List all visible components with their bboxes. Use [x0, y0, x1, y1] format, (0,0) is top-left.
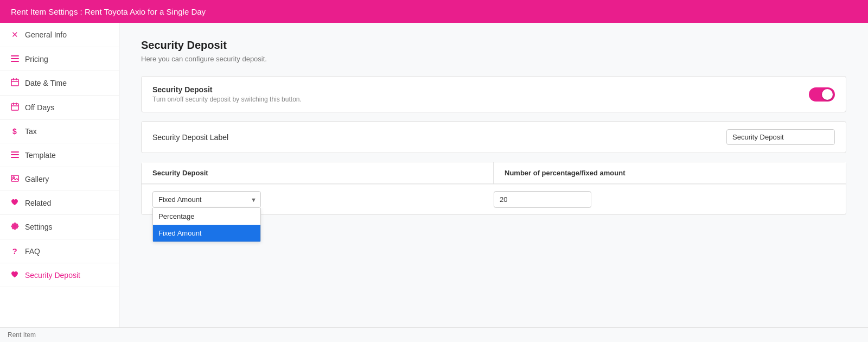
sidebar-label-settings: Settings — [25, 223, 53, 231]
table-row: Percentage Fixed Amount ▼ Percentage Fix… — [142, 184, 846, 214]
template-icon — [10, 150, 20, 160]
sidebar-label-related: Related — [25, 199, 51, 207]
related-icon — [10, 198, 20, 207]
tax-icon: $ — [10, 127, 20, 136]
sidebar-label-security-deposit: Security Deposit — [25, 271, 80, 280]
svg-rect-11 — [11, 151, 19, 153]
amount-cell — [494, 191, 835, 208]
sidebar-item-tax[interactable]: $ Tax — [0, 120, 119, 143]
sidebar-item-settings[interactable]: Settings — [0, 215, 119, 239]
toggle-slider — [809, 87, 835, 102]
general-info-icon: ✕ — [10, 30, 20, 40]
svg-rect-3 — [11, 79, 18, 86]
svg-rect-13 — [11, 157, 19, 158]
sidebar-item-pricing[interactable]: Pricing — [0, 47, 119, 71]
svg-rect-14 — [11, 175, 18, 181]
settings-icon — [10, 222, 20, 232]
dropdown-option-percentage[interactable]: Percentage — [153, 208, 260, 225]
sidebar-label-pricing: Pricing — [25, 55, 48, 64]
sidebar-label-off-days: Off Days — [25, 103, 54, 112]
sidebar-label-template: Template — [25, 151, 56, 160]
toggle-card-description: Turn on/off security deposit by switchin… — [152, 96, 302, 103]
sidebar-item-template[interactable]: Template — [0, 143, 119, 167]
svg-rect-2 — [11, 61, 19, 62]
dropdown-option-fixed-amount[interactable]: Fixed Amount — [153, 225, 260, 242]
sidebar-label-tax: Tax — [25, 127, 37, 136]
label-card: Security Deposit Label — [141, 121, 846, 153]
col-amount: Number of percentage/fixed amount — [494, 162, 846, 183]
sidebar-item-faq[interactable]: ? FAQ — [0, 239, 119, 263]
pricing-icon — [10, 54, 20, 64]
sidebar-item-security-deposit[interactable]: Security Deposit — [0, 263, 119, 287]
faq-icon: ? — [10, 246, 20, 256]
footer-text: Rent Item — [8, 331, 36, 339]
sidebar-label-faq: FAQ — [25, 247, 40, 256]
toggle-card-title: Security Deposit — [152, 85, 302, 94]
deposit-type-cell: Percentage Fixed Amount ▼ Percentage Fix… — [152, 191, 494, 208]
deposit-type-wrapper: Percentage Fixed Amount ▼ — [152, 191, 261, 208]
deposit-table-card: Security Deposit Number of percentage/fi… — [141, 162, 846, 215]
calendar-icon — [10, 78, 20, 88]
header-title: Rent Item Settings : Rent Toyota Axio fo… — [11, 7, 206, 16]
svg-rect-7 — [11, 104, 18, 110]
sidebar-label-date-time: Date & Time — [25, 79, 67, 87]
app-header: Rent Item Settings : Rent Toyota Axio fo… — [0, 0, 868, 23]
sidebar-item-general-info[interactable]: ✕ General Info — [0, 23, 119, 47]
page-subtitle: Here you can configure security deposit. — [141, 55, 846, 63]
sidebar-item-off-days[interactable]: Off Days — [0, 96, 119, 120]
app-layout: ✕ General Info Pricing Date & Time Off D… — [0, 23, 868, 342]
gallery-icon — [10, 174, 20, 183]
label-input[interactable] — [726, 129, 835, 145]
toggle-card-info: Security Deposit Turn on/off security de… — [152, 85, 302, 103]
label-field-label: Security Deposit Label — [152, 133, 228, 142]
main-content: Security Deposit Here you can configure … — [119, 23, 868, 342]
svg-rect-1 — [11, 58, 19, 59]
footer: Rent Item — [0, 327, 868, 342]
sidebar-item-date-time[interactable]: Date & Time — [0, 71, 119, 96]
sidebar-item-related[interactable]: Related — [0, 191, 119, 215]
security-deposit-icon — [10, 270, 20, 280]
svg-rect-12 — [11, 154, 19, 155]
toggle-card-header: Security Deposit Turn on/off security de… — [142, 77, 846, 112]
svg-rect-0 — [11, 55, 19, 56]
col-security-deposit: Security Deposit — [142, 162, 494, 183]
toggle-card: Security Deposit Turn on/off security de… — [141, 76, 846, 112]
off-days-icon — [10, 103, 20, 112]
page-title: Security Deposit — [141, 39, 846, 52]
sidebar-label-general-info: General Info — [25, 30, 67, 39]
amount-input[interactable] — [494, 191, 591, 208]
label-row: Security Deposit Label — [142, 122, 846, 153]
table-header: Security Deposit Number of percentage/fi… — [142, 162, 846, 184]
deposit-type-select[interactable]: Percentage Fixed Amount — [152, 191, 261, 208]
dropdown-options: Percentage Fixed Amount — [152, 208, 261, 242]
security-deposit-toggle[interactable] — [809, 87, 835, 102]
sidebar-label-gallery: Gallery — [25, 175, 49, 183]
sidebar: ✕ General Info Pricing Date & Time Off D… — [0, 23, 119, 342]
sidebar-item-gallery[interactable]: Gallery — [0, 167, 119, 191]
